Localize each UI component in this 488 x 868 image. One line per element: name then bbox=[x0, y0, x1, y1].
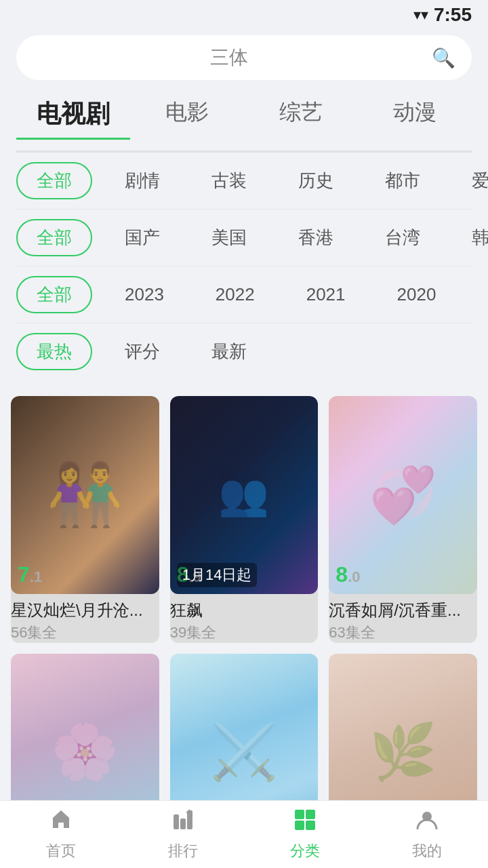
year-filter-row: 全部 2023 2022 2021 2020 2019 bbox=[0, 267, 488, 323]
search-input-text: 三体 bbox=[33, 45, 425, 71]
genre-filter-drama[interactable]: 剧情 bbox=[106, 162, 179, 199]
media-title-2: 狂飙 bbox=[170, 599, 319, 621]
media-title-3: 沉香如屑/沉香重... bbox=[329, 599, 477, 621]
year-filter-2023[interactable]: 2023 bbox=[106, 277, 183, 312]
svg-rect-2 bbox=[187, 810, 192, 829]
profile-icon bbox=[415, 808, 439, 838]
rating-badge-1: 7.1 bbox=[18, 562, 42, 587]
media-meta-2: 39集全 bbox=[170, 623, 319, 643]
rating-badge-3: 8.0 bbox=[336, 562, 360, 587]
home-icon bbox=[49, 808, 73, 838]
status-time: 7:55 bbox=[434, 4, 472, 26]
bottom-nav: 首页 排行 分类 bbox=[0, 800, 488, 868]
tab-movie[interactable]: 电影 bbox=[130, 91, 244, 140]
year-filter-2021[interactable]: 2021 bbox=[287, 277, 365, 312]
media-thumb-3: 💞 8.0 bbox=[329, 396, 477, 594]
sort-filter-hot[interactable]: 最热 bbox=[16, 333, 92, 370]
genre-filter-history[interactable]: 历史 bbox=[279, 162, 352, 199]
genre-filter-ancient[interactable]: 古装 bbox=[192, 162, 266, 199]
year-filter-2020[interactable]: 2020 bbox=[378, 277, 455, 312]
tab-tv[interactable]: 电视剧 bbox=[16, 91, 130, 140]
media-grid: 👫 7.1 星汉灿烂\月升沧... 56集全 👥 8.9 1月14日起 狂飙 3… bbox=[0, 385, 488, 868]
nav-label-category: 分类 bbox=[290, 841, 320, 861]
svg-rect-4 bbox=[295, 810, 304, 819]
search-icon[interactable]: 🔍 bbox=[432, 47, 455, 69]
media-meta-1: 56集全 bbox=[11, 623, 159, 643]
year-filter-2019[interactable]: 2019 bbox=[468, 277, 488, 312]
search-bar[interactable]: 三体 🔍 bbox=[16, 35, 472, 80]
nav-label-rank: 排行 bbox=[168, 841, 198, 861]
nav-item-category[interactable]: 分类 bbox=[244, 802, 366, 867]
svg-marker-3 bbox=[186, 809, 190, 813]
nav-item-rank[interactable]: 排行 bbox=[122, 802, 244, 867]
region-filter-hk[interactable]: 香港 bbox=[279, 219, 352, 256]
wifi-icon: ▾▾ bbox=[413, 6, 428, 24]
media-card-3[interactable]: 💞 8.0 沉香如屑/沉香重... 63集全 bbox=[329, 396, 477, 643]
svg-rect-7 bbox=[306, 821, 315, 830]
region-filter-all[interactable]: 全部 bbox=[16, 219, 92, 256]
status-bar: ▾▾ 7:55 bbox=[0, 0, 488, 30]
svg-rect-1 bbox=[180, 818, 186, 829]
media-thumb-1: 👫 7.1 bbox=[11, 396, 159, 594]
nav-label-home: 首页 bbox=[46, 841, 76, 861]
media-thumb-2: 👥 8.9 1月14日起 bbox=[170, 396, 319, 594]
nav-label-profile: 我的 bbox=[412, 841, 442, 861]
filter-section: 全部 剧情 古装 历史 都市 爱情 全部 国产 美国 香港 台湾 韩国 全部 2… bbox=[0, 153, 488, 380]
svg-rect-0 bbox=[174, 814, 179, 829]
year-filter-2022[interactable]: 2022 bbox=[197, 277, 274, 312]
category-tabs: 电视剧 电影 综艺 动漫 bbox=[0, 91, 488, 140]
svg-rect-5 bbox=[306, 810, 315, 819]
tab-anime[interactable]: 动漫 bbox=[358, 91, 472, 140]
nav-item-profile[interactable]: 我的 bbox=[366, 802, 488, 867]
media-card-2[interactable]: 👥 8.9 1月14日起 狂飙 39集全 bbox=[170, 396, 319, 643]
genre-filter-row: 全部 剧情 古装 历史 都市 爱情 bbox=[0, 153, 488, 209]
sort-filter-row: 最热 评分 最新 bbox=[0, 323, 488, 380]
region-filter-row: 全部 国产 美国 香港 台湾 韩国 bbox=[0, 210, 488, 266]
genre-filter-all[interactable]: 全部 bbox=[16, 162, 92, 199]
media-meta-3: 63集全 bbox=[329, 623, 477, 643]
rank-icon bbox=[171, 808, 195, 838]
genre-filter-romance[interactable]: 爱情 bbox=[453, 162, 488, 199]
sort-filter-newest[interactable]: 最新 bbox=[192, 333, 266, 370]
nav-item-home[interactable]: 首页 bbox=[0, 802, 122, 867]
region-filter-china[interactable]: 国产 bbox=[106, 219, 179, 256]
region-filter-kr[interactable]: 韩国 bbox=[453, 219, 488, 256]
region-filter-tw[interactable]: 台湾 bbox=[366, 219, 439, 256]
date-badge-2: 1月14日起 bbox=[177, 563, 258, 587]
tab-variety[interactable]: 综艺 bbox=[244, 91, 358, 140]
sort-filter-rating[interactable]: 评分 bbox=[106, 333, 179, 370]
media-card-1[interactable]: 👫 7.1 星汉灿烂\月升沧... 56集全 bbox=[11, 396, 159, 643]
media-title-1: 星汉灿烂\月升沧... bbox=[11, 599, 159, 621]
region-filter-us[interactable]: 美国 bbox=[192, 219, 266, 256]
genre-filter-city[interactable]: 都市 bbox=[366, 162, 439, 199]
svg-rect-6 bbox=[295, 821, 304, 830]
category-icon bbox=[293, 808, 317, 838]
year-filter-all[interactable]: 全部 bbox=[16, 276, 92, 313]
